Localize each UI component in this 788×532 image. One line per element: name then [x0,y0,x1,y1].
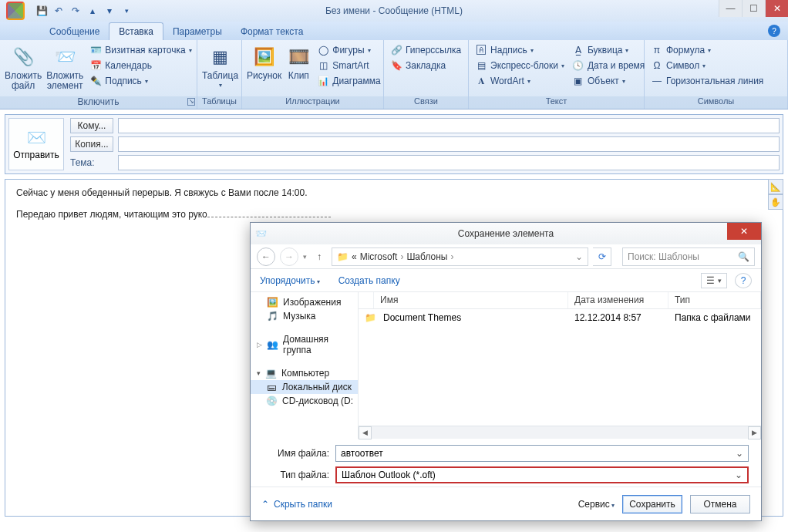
dialog-fields: Имя файла: автоответ⌄ Тип файла: Шаблон … [251,439,761,487]
datetime-icon: 🕓 [572,59,584,72]
table-button[interactable]: ▦Таблица [202,43,238,89]
signature-icon: ✒️ [89,75,102,87]
scroll-right-icon[interactable]: ▶ [748,426,761,439]
tab-format[interactable]: Формат текста [231,23,312,40]
hline-icon: — [651,75,663,87]
group-include-label: Включить↘ [0,96,197,109]
item-icon: 📨 [52,45,77,69]
prev-icon[interactable]: ▴ [86,5,99,17]
calendar-button[interactable]: 📅Календарь [88,59,193,72]
help-button[interactable]: ? [735,273,752,288]
nav-pictures[interactable]: 🖼️Изображения [251,295,358,309]
symbol-button[interactable]: ΩСимвол [649,59,765,72]
hand-icon[interactable]: ✋ [768,194,783,210]
object-button[interactable]: ▣Объект [571,74,646,88]
nav-music[interactable]: 🎵Музыка [251,309,358,323]
filename-input[interactable]: автоответ⌄ [335,445,749,462]
shapes-icon: ◯ [317,44,329,56]
file-row[interactable]: 📁 Document Themes 12.12.2014 8:57 Папка … [359,309,761,326]
tools-dropdown[interactable]: Сервис [578,499,615,510]
organize-button[interactable]: Упорядочить [260,275,320,286]
dialog-launcher-icon[interactable]: ↘ [187,98,195,106]
chevron-down-icon[interactable]: ⌄ [735,470,743,480]
qat-more-icon[interactable]: ▾ [120,5,133,17]
datetime-button[interactable]: 🕓Дата и время [571,59,646,72]
smartart-icon: ◫ [317,59,329,72]
picture-button[interactable]: 🖼️Рисунок [247,43,281,81]
textbox-button[interactable]: 🄰Надпись [473,43,566,57]
chart-button[interactable]: 📊Диаграмма [315,74,382,88]
redo-icon[interactable]: ↷ [69,5,82,17]
ruler-icon[interactable]: 📐 [768,179,783,194]
col-date[interactable]: Дата изменения [568,292,668,308]
filetype-select[interactable]: Шаблон Outlook (*.oft)⌄ [335,466,749,483]
to-button[interactable]: Кому... [70,118,113,133]
dialog-toolbar: Упорядочить Создать папку ☰▾ ? [251,269,761,292]
to-field[interactable] [118,118,780,133]
close-button[interactable]: ✕ [765,0,788,17]
back-button[interactable]: ← [257,247,275,266]
group-text-label: Текст [469,96,644,109]
dialog-close-button[interactable]: ✕ [727,223,761,240]
next-icon[interactable]: ▾ [103,5,116,17]
attach-file-button[interactable]: 📎Вложить файл [5,43,42,91]
equation-button[interactable]: πФормула [649,43,765,57]
subject-field[interactable] [118,155,780,170]
blocks-icon: ▤ [475,59,487,72]
forward-button[interactable]: → [280,247,298,266]
horizontal-scrollbar[interactable]: ◀ ▶ [359,426,761,439]
scroll-left-icon[interactable]: ◀ [359,426,372,439]
undo-icon[interactable]: ↶ [52,5,65,17]
breadcrumb[interactable]: 📁 « Microsoft› Шаблоны› ⌄ [332,247,588,266]
save-dialog: 📨 Сохранение элемента ✕ ← → ▾ ↑ 📁 « Micr… [250,222,762,521]
file-list-header: Имя Дата изменения Тип [359,292,761,309]
bookmark-button[interactable]: 🔖Закладка [389,59,463,72]
cc-button[interactable]: Копия... [70,136,113,152]
tab-insert[interactable]: Вставка [109,22,163,40]
table-icon: ▦ [208,45,233,69]
filetype-label: Тип файла: [263,470,329,480]
dialog-app-icon: 📨 [255,228,267,239]
hyperlink-button[interactable]: 🔗Гиперссылка [389,43,463,57]
nav-computer[interactable]: ▾💻Компьютер [251,366,358,380]
wordart-icon: 𝐀 [475,75,487,87]
col-type[interactable]: Тип [668,292,761,308]
save-button[interactable]: Сохранить [622,495,682,513]
send-button[interactable]: ✉️ Отправить [8,118,64,170]
cc-field[interactable] [118,136,780,152]
view-mode-button[interactable]: ☰▾ [701,273,727,288]
calendar-icon: 📅 [89,59,102,72]
chevron-down-icon[interactable]: ⌄ [736,448,743,459]
nav-cddrive[interactable]: 💿CD-дисковод (D: [251,394,358,408]
nav-homegroup[interactable]: ▷👥Домашняя группа [251,332,358,357]
maximize-button[interactable]: ☐ [742,0,765,17]
wordart-button[interactable]: 𝐀WordArt [473,74,566,88]
hline-button[interactable]: —Горизонтальная линия [649,74,765,88]
dropcap-button[interactable]: A̲Буквица [571,43,646,57]
clipart-button[interactable]: 🎞️Клип [286,43,311,81]
attach-item-button[interactable]: 📨Вложить элемент [46,43,83,91]
save-icon[interactable]: 💾 [35,5,48,17]
business-card-button[interactable]: 🪪Визитная карточка [88,43,193,57]
refresh-button[interactable]: ⟳ [593,247,611,266]
shapes-button[interactable]: ◯Фигуры [315,43,382,57]
search-input[interactable]: Поиск: Шаблоны 🔍 [622,247,755,266]
up-button[interactable]: ↑ [311,249,327,264]
tab-message[interactable]: Сообщение [40,23,109,40]
chevron-down-icon[interactable]: ⌄ [575,251,583,262]
minimize-button[interactable]: — [719,0,742,17]
hide-folders-button[interactable]: ⌃Скрыть папки [261,499,332,510]
help-icon[interactable]: ? [768,25,780,37]
col-name[interactable]: Имя [374,292,568,308]
quickparts-button[interactable]: ▤Экспресс-блоки [473,59,566,72]
view-icon: ☰ [706,275,715,286]
group-symbols-label: Символы [645,96,787,109]
tab-options[interactable]: Параметры [163,23,231,40]
signature-button[interactable]: ✒️Подпись [88,74,193,88]
smartart-button[interactable]: ◫SmartArt [315,59,382,72]
nav-localdisk[interactable]: 🖴Локальный диск [251,380,358,394]
office-button[interactable] [0,0,31,22]
new-folder-button[interactable]: Создать папку [338,275,400,286]
cancel-button[interactable]: Отмена [690,495,750,513]
paperclip-icon: 📎 [11,45,35,69]
